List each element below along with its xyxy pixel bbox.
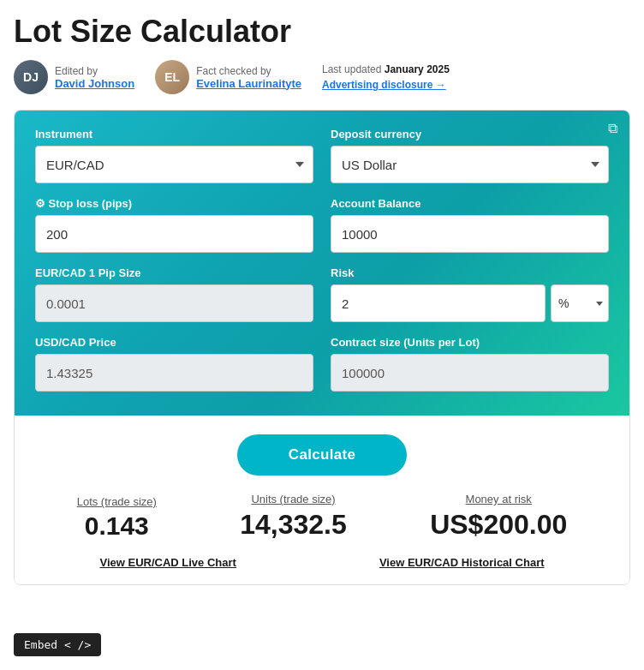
- editor-name[interactable]: David Johnson: [55, 77, 134, 90]
- pip-size-label: EUR/CAD 1 Pip Size: [35, 266, 313, 279]
- usd-cad-group: USD/CAD Price: [35, 336, 313, 392]
- usd-cad-label: USD/CAD Price: [35, 336, 313, 349]
- contract-size-label: Contract size (Units per Lot): [331, 336, 609, 349]
- fact-checker-label: Fact checked by: [196, 65, 301, 77]
- advertising-disclosure[interactable]: Advertising disclosure →: [322, 77, 450, 93]
- stop-loss-label: ⚙ Stop loss (pips): [35, 197, 313, 210]
- form-grid: Instrument EUR/CAD EUR/USD GBP/USD USD/J…: [35, 128, 609, 392]
- last-updated: Last updated January 2025 Advertising di…: [322, 62, 450, 93]
- contract-size-input: [331, 354, 609, 392]
- usd-cad-input: [35, 354, 313, 392]
- stop-loss-group: ⚙ Stop loss (pips): [35, 197, 313, 253]
- risk-label: Risk: [331, 266, 609, 279]
- risk-group: Risk % USD: [331, 266, 609, 322]
- editor-details: Edited by David Johnson: [55, 65, 134, 90]
- embed-button[interactable]: Embed < />: [14, 633, 101, 656]
- fact-checker-name[interactable]: Evelina Laurinaityte: [196, 77, 301, 90]
- editor-label: Edited by: [55, 65, 134, 77]
- lots-label: Lots (trade size): [77, 495, 157, 508]
- historical-chart-link[interactable]: View EUR/CAD Historical Chart: [379, 556, 545, 569]
- fact-checker-avatar: EL: [155, 60, 189, 94]
- money-result: Money at risk US$200.00: [430, 493, 567, 541]
- calculate-button[interactable]: Calculate: [237, 434, 407, 476]
- deposit-currency-select[interactable]: US Dollar Euro British Pound: [331, 146, 609, 183]
- pip-size-group: EUR/CAD 1 Pip Size: [35, 266, 313, 322]
- instrument-label: Instrument: [35, 128, 313, 141]
- meta-row: DJ Edited by David Johnson EL Fact check…: [14, 60, 630, 94]
- lots-value: 0.143: [77, 511, 157, 541]
- deposit-currency-group: Deposit currency US Dollar Euro British …: [331, 128, 609, 183]
- expand-icon[interactable]: ⧉: [608, 121, 617, 136]
- last-updated-date: January 2025: [385, 63, 450, 75]
- instrument-select[interactable]: EUR/CAD EUR/USD GBP/USD USD/JPY: [35, 146, 313, 183]
- account-balance-input[interactable]: [331, 215, 609, 253]
- deposit-currency-label: Deposit currency: [331, 128, 609, 141]
- pip-size-input: [35, 284, 313, 322]
- instrument-group: Instrument EUR/CAD EUR/USD GBP/USD USD/J…: [35, 128, 313, 183]
- page-title: Lot Size Calculator: [14, 14, 630, 50]
- contract-size-group: Contract size (Units per Lot): [331, 336, 609, 392]
- units-value: 14,332.5: [240, 509, 347, 541]
- risk-input-row: % USD: [331, 284, 609, 322]
- fact-checker-info: EL Fact checked by Evelina Laurinaityte: [155, 60, 301, 94]
- money-label: Money at risk: [430, 493, 567, 505]
- money-value: US$200.00: [430, 509, 567, 541]
- account-balance-group: Account Balance: [331, 197, 609, 253]
- chart-links-row: View EUR/CAD Live Chart View EUR/CAD His…: [35, 556, 609, 569]
- risk-input[interactable]: [331, 284, 546, 322]
- editor-avatar: DJ: [14, 60, 48, 94]
- live-chart-link[interactable]: View EUR/CAD Live Chart: [99, 556, 236, 569]
- units-result: Units (trade size) 14,332.5: [240, 493, 347, 541]
- calc-results-section: Calculate Lots (trade size) 0.143 Units …: [15, 416, 629, 584]
- calc-inputs-section: ⧉ Instrument EUR/CAD EUR/USD GBP/USD USD…: [15, 111, 629, 416]
- lots-result: Lots (trade size) 0.143: [77, 495, 157, 541]
- editor-info: DJ Edited by David Johnson: [14, 60, 134, 94]
- fact-checker-details: Fact checked by Evelina Laurinaityte: [196, 65, 301, 90]
- stop-loss-input[interactable]: [35, 215, 313, 253]
- account-balance-label: Account Balance: [331, 197, 609, 210]
- risk-unit-select[interactable]: % USD: [551, 284, 609, 322]
- last-updated-label: Last updated January 2025: [322, 62, 450, 77]
- units-label: Units (trade size): [240, 493, 347, 505]
- calculator-widget: ⧉ Instrument EUR/CAD EUR/USD GBP/USD USD…: [14, 110, 630, 585]
- results-row: Lots (trade size) 0.143 Units (trade siz…: [35, 493, 609, 541]
